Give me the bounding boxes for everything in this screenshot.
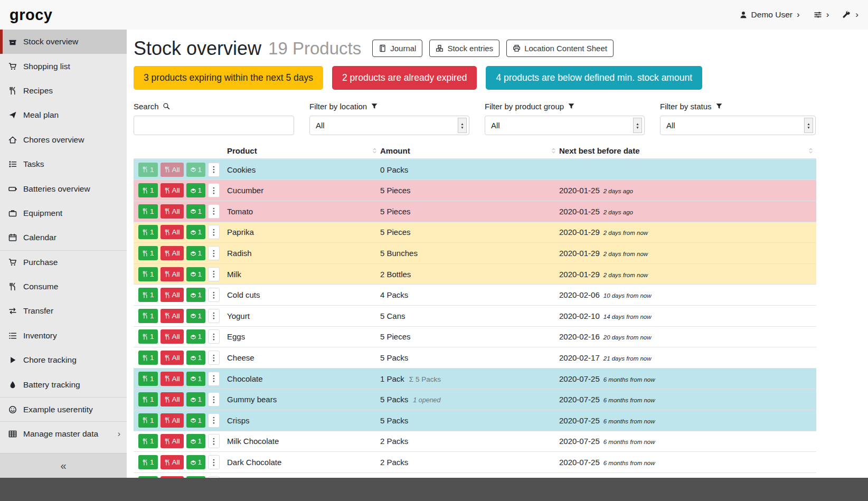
consume-all-button[interactable]: All [161, 204, 184, 219]
open-one-button[interactable]: 1 [186, 434, 206, 448]
open-one-button[interactable]: 1 [186, 372, 206, 386]
consume-all-button[interactable]: All [161, 329, 184, 344]
app-logo[interactable]: grocy [10, 6, 52, 24]
admin-menu[interactable]: › [843, 10, 858, 20]
consume-all-button[interactable]: All [161, 183, 184, 197]
sidebar-item-shopping-list[interactable]: Shopping list [0, 54, 127, 78]
consume-all-button[interactable]: All [161, 267, 184, 281]
consume-one-button[interactable]: 1 [138, 267, 158, 281]
open-one-button[interactable]: 1 [186, 225, 206, 239]
consume-one-button[interactable]: 1 [138, 372, 158, 386]
filter-icon [568, 102, 575, 110]
row-menu-button[interactable]: ⋮ [208, 455, 220, 469]
open-one-button[interactable]: 1 [186, 267, 206, 281]
consume-one-button[interactable]: 1 [138, 413, 158, 428]
column-header-amount[interactable]: Amount [380, 143, 559, 159]
open-one-button[interactable]: 1 [186, 392, 206, 407]
sidebar-item-example-userentity[interactable]: Example userentity [0, 397, 127, 421]
sidebar-item-manage-master-data[interactable]: Manage master data› [0, 421, 127, 446]
location-filter-select[interactable]: All▲▼ [309, 116, 469, 135]
consume-one-button[interactable]: 1 [138, 204, 158, 219]
consume-all-button[interactable]: All [161, 246, 184, 260]
sidebar-item-calendar[interactable]: Calendar [0, 225, 127, 250]
consume-all-button[interactable]: All [161, 163, 184, 177]
open-one-button[interactable]: 1 [186, 163, 206, 177]
row-menu-button[interactable]: ⋮ [208, 434, 220, 448]
consume-all-button[interactable]: All [161, 455, 184, 469]
consume-one-button[interactable]: 1 [138, 351, 158, 365]
consume-all-button[interactable]: All [161, 309, 184, 323]
row-menu-button[interactable]: ⋮ [208, 288, 220, 302]
sidebar-item-meal-plan[interactable]: Meal plan [0, 103, 127, 127]
consume-all-button[interactable]: All [161, 372, 184, 386]
row-menu-button[interactable]: ⋮ [208, 163, 220, 177]
consume-one-button[interactable]: 1 [138, 309, 158, 323]
row-menu-button[interactable]: ⋮ [208, 476, 220, 478]
consume-all-button[interactable]: All [161, 225, 184, 239]
open-one-button[interactable]: 1 [186, 455, 206, 469]
sidebar-item-chore-tracking[interactable]: Chore tracking [0, 348, 127, 372]
sidebar-item-battery-tracking[interactable]: Battery tracking [0, 372, 127, 396]
user-menu[interactable]: Demo User › [739, 10, 800, 20]
consume-one-button[interactable]: 1 [138, 246, 158, 260]
row-menu-button[interactable]: ⋮ [208, 183, 220, 197]
open-one-button[interactable]: 1 [186, 204, 206, 219]
location-content-sheet-button[interactable]: Location Content Sheet [506, 40, 614, 57]
column-header-product[interactable]: Product [227, 143, 380, 159]
consume-all-button[interactable]: All [161, 476, 184, 478]
sidebar-collapse-toggle[interactable]: « [0, 453, 127, 478]
row-menu-button[interactable]: ⋮ [208, 413, 220, 428]
consume-one-button[interactable]: 1 [138, 183, 158, 197]
consume-all-button[interactable]: All [161, 413, 184, 428]
row-menu-button[interactable]: ⋮ [208, 392, 220, 407]
sidebar-item-recipes[interactable]: Recipes [0, 79, 127, 103]
consume-one-button[interactable]: 1 [138, 225, 158, 239]
consume-all-button[interactable]: All [161, 392, 184, 407]
row-menu-button[interactable]: ⋮ [208, 267, 220, 281]
consume-one-button[interactable]: 1 [138, 329, 158, 344]
status-filter-select[interactable]: All▲▼ [660, 116, 816, 135]
consume-one-button[interactable]: 1 [138, 392, 158, 407]
open-one-button[interactable]: 1 [186, 329, 206, 344]
open-one-button[interactable]: 1 [186, 309, 206, 323]
consume-all-button[interactable]: All [161, 351, 184, 365]
consume-one-button[interactable]: 1 [138, 163, 158, 177]
open-one-button[interactable]: 1 [186, 413, 206, 428]
sidebar-item-batteries-overview[interactable]: Batteries overview [0, 176, 127, 201]
sidebar-item-tasks[interactable]: Tasks [0, 152, 127, 176]
stock-entries-button[interactable]: Stock entries [429, 40, 499, 57]
sidebar-item-inventory[interactable]: Inventory [0, 324, 127, 348]
sidebar-item-purchase[interactable]: Purchase [0, 250, 127, 275]
below-min-stock-alert[interactable]: 4 products are below defined min. stock … [486, 66, 702, 90]
row-menu-button[interactable]: ⋮ [208, 351, 220, 365]
sidebar-item-transfer[interactable]: Transfer [0, 299, 127, 323]
row-menu-button[interactable]: ⋮ [208, 225, 220, 239]
row-menu-button[interactable]: ⋮ [208, 372, 220, 386]
row-menu-button[interactable]: ⋮ [208, 246, 220, 260]
open-one-button[interactable]: 1 [186, 246, 206, 260]
sidebar-item-consume[interactable]: Consume [0, 275, 127, 299]
open-one-button[interactable]: 1 [186, 476, 206, 478]
product-group-filter-select[interactable]: All▲▼ [485, 116, 645, 135]
open-one-button[interactable]: 1 [186, 288, 206, 302]
open-one-button[interactable]: 1 [186, 351, 206, 365]
consume-all-button[interactable]: All [161, 434, 184, 448]
sidebar-item-stock-overview[interactable]: Stock overview [0, 30, 127, 54]
consume-one-button[interactable]: 1 [138, 434, 158, 448]
consume-one-button[interactable]: 1 [138, 476, 158, 478]
journal-button[interactable]: Journal [372, 40, 422, 57]
expiring-alert[interactable]: 3 products expiring within the next 5 da… [134, 66, 323, 90]
sidebar-item-equipment[interactable]: Equipment [0, 201, 127, 225]
expired-alert[interactable]: 2 products are already expired [332, 66, 477, 90]
row-menu-button[interactable]: ⋮ [208, 309, 220, 323]
sidebar-item-chores-overview[interactable]: Chores overview [0, 128, 127, 152]
row-menu-button[interactable]: ⋮ [208, 329, 220, 344]
open-one-button[interactable]: 1 [186, 183, 206, 197]
consume-one-button[interactable]: 1 [138, 455, 158, 469]
column-header-next-best-before-date[interactable]: Next best before date [559, 143, 816, 159]
consume-all-button[interactable]: All [161, 288, 184, 302]
row-menu-button[interactable]: ⋮ [208, 204, 220, 219]
settings-menu[interactable]: › [814, 10, 829, 20]
consume-one-button[interactable]: 1 [138, 288, 158, 302]
search-input[interactable] [134, 116, 294, 135]
